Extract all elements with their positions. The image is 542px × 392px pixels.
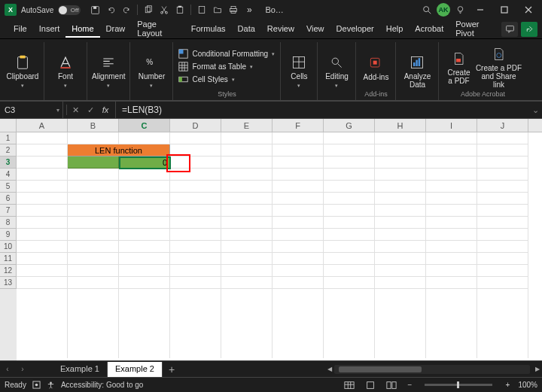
row-header-4[interactable]: 4 [0, 169, 17, 181]
view-page-break-icon[interactable] [384, 380, 399, 390]
cell-styles-button[interactable]: Cell Styles ▾ [178, 74, 276, 85]
col-header-g[interactable]: G [324, 119, 375, 132]
cancel-formula-icon[interactable]: ✕ [69, 103, 82, 117]
row-header-12[interactable]: 12 [0, 265, 17, 277]
font-button[interactable]: Font ▾ [49, 50, 82, 89]
col-header-j[interactable]: J [477, 119, 528, 132]
tab-power-pivot[interactable]: Power Pivot [449, 17, 501, 42]
tab-draw[interactable]: Draw [100, 21, 132, 38]
paste-icon[interactable] [173, 3, 187, 17]
save-icon[interactable] [88, 3, 102, 17]
col-header-i[interactable]: I [426, 119, 477, 132]
alignment-button[interactable]: Alignment ▾ [92, 50, 125, 89]
cut-icon[interactable] [157, 3, 171, 17]
new-icon[interactable] [195, 3, 209, 17]
view-normal-icon[interactable] [342, 380, 357, 390]
format-as-table-button[interactable]: Format as Table ▾ [178, 62, 276, 72]
user-avatar[interactable]: AK [437, 3, 450, 17]
analyze-data-button[interactable]: Analyze Data [400, 50, 434, 89]
row-header-6[interactable]: 6 [0, 193, 17, 205]
tab-page-layout[interactable]: Page Layout [131, 17, 184, 42]
col-header-b[interactable]: B [68, 119, 119, 132]
zoom-level[interactable]: 100% [518, 381, 537, 389]
svg-rect-7 [178, 6, 182, 8]
macro-record-icon[interactable] [32, 381, 41, 389]
accessibility-icon[interactable] [47, 381, 55, 389]
hscroll-left[interactable]: ◀ [325, 366, 334, 372]
name-box[interactable]: C3 ▾ [0, 102, 63, 118]
formula-input[interactable]: =LEN(B3) [116, 102, 528, 118]
add-sheet-button[interactable]: + [163, 363, 181, 375]
clipboard-button[interactable]: Clipboard ▾ [6, 50, 39, 89]
redo-icon[interactable] [120, 3, 133, 17]
undo-icon[interactable] [104, 3, 117, 17]
row-header-8[interactable]: 8 [0, 217, 17, 229]
col-header-d[interactable]: D [170, 119, 221, 132]
tab-home[interactable]: Home [65, 21, 99, 38]
col-header-h[interactable]: H [375, 119, 426, 132]
row-header-5[interactable]: 5 [0, 181, 17, 193]
comments-button[interactable] [501, 22, 518, 37]
tab-developer[interactable]: Developer [330, 21, 380, 38]
cell-c3[interactable]: 0 [119, 156, 170, 169]
maximize-button[interactable] [494, 2, 515, 17]
zoom-thumb[interactable] [457, 381, 459, 388]
row-header-1[interactable]: 1 [0, 132, 17, 144]
autosave-toggle[interactable]: Off [58, 5, 81, 15]
row-header-9[interactable]: 9 [0, 229, 17, 241]
row-header-3[interactable]: 3 [0, 156, 17, 169]
horizontal-scrollbar[interactable] [334, 365, 530, 374]
zoom-out-button[interactable]: − [405, 381, 414, 389]
hscroll-thumb[interactable] [339, 366, 422, 372]
tab-view[interactable]: View [300, 21, 330, 38]
col-header-e[interactable]: E [221, 119, 273, 132]
search-icon[interactable] [420, 3, 434, 17]
row-header-10[interactable]: 10 [0, 241, 17, 253]
tab-review[interactable]: Review [261, 21, 300, 38]
row-header-2[interactable]: 2 [0, 144, 17, 156]
lightbulb-icon[interactable] [453, 3, 467, 17]
enter-formula-icon[interactable]: ✓ [84, 103, 97, 117]
cells-button[interactable]: Cells ▾ [285, 50, 312, 89]
tab-acrobat[interactable]: Acrobat [409, 21, 449, 38]
cell-b3[interactable] [68, 156, 119, 169]
sheet-tab-example-2[interactable]: Example 2 [108, 362, 163, 377]
number-button[interactable]: % Number ▾ [135, 50, 168, 89]
row-header-13[interactable]: 13 [0, 277, 17, 289]
tab-formulas[interactable]: Formulas [185, 21, 232, 38]
row-header-7[interactable]: 7 [0, 205, 17, 217]
create-pdf-button[interactable]: Create a PDF [443, 46, 473, 85]
row-header-11[interactable]: 11 [0, 253, 17, 265]
copy-icon[interactable] [142, 3, 155, 17]
col-header-a[interactable]: A [17, 119, 68, 132]
view-page-layout-icon[interactable] [363, 380, 378, 390]
ribbon-body: Clipboard ▾ Font ▾ Alignment ▾ [0, 39, 542, 101]
tab-data[interactable]: Data [232, 21, 261, 38]
col-header-f[interactable]: F [273, 119, 324, 132]
addins-button[interactable]: Add-ins [361, 50, 391, 81]
create-pdf-share-button[interactable]: Create a PDF and Share link [475, 41, 522, 89]
tab-insert[interactable]: Insert [33, 21, 66, 38]
print-icon[interactable] [227, 3, 240, 17]
minimize-button[interactable] [470, 2, 491, 17]
zoom-slider[interactable] [425, 384, 492, 386]
more-icon[interactable]: » [242, 3, 256, 17]
tab-help[interactable]: Help [380, 21, 410, 38]
tab-file[interactable]: File [8, 21, 33, 38]
cells-grid[interactable]: LEN function 0 [17, 132, 542, 360]
sheet-tab-example-1[interactable]: Example 1 [53, 362, 108, 377]
conditional-formatting-button[interactable]: Conditional Formatting ▾ [178, 49, 276, 59]
sheet-nav-next[interactable]: › [15, 365, 30, 373]
open-icon[interactable] [211, 3, 224, 17]
expand-formula-bar-icon[interactable]: ⌄ [528, 102, 542, 118]
zoom-in-button[interactable]: + [503, 381, 512, 389]
editing-button[interactable]: Editing ▾ [322, 50, 351, 89]
hscroll-right[interactable]: ▶ [533, 366, 542, 372]
col-header-c[interactable]: C [119, 119, 170, 132]
sheet-nav-prev[interactable]: ‹ [0, 365, 15, 373]
fx-icon[interactable]: fx [99, 103, 112, 117]
close-button[interactable] [518, 2, 539, 17]
cell-b2c2-merged[interactable]: LEN function [68, 144, 170, 156]
share-button[interactable] [521, 22, 537, 37]
select-all-corner[interactable] [0, 119, 17, 132]
